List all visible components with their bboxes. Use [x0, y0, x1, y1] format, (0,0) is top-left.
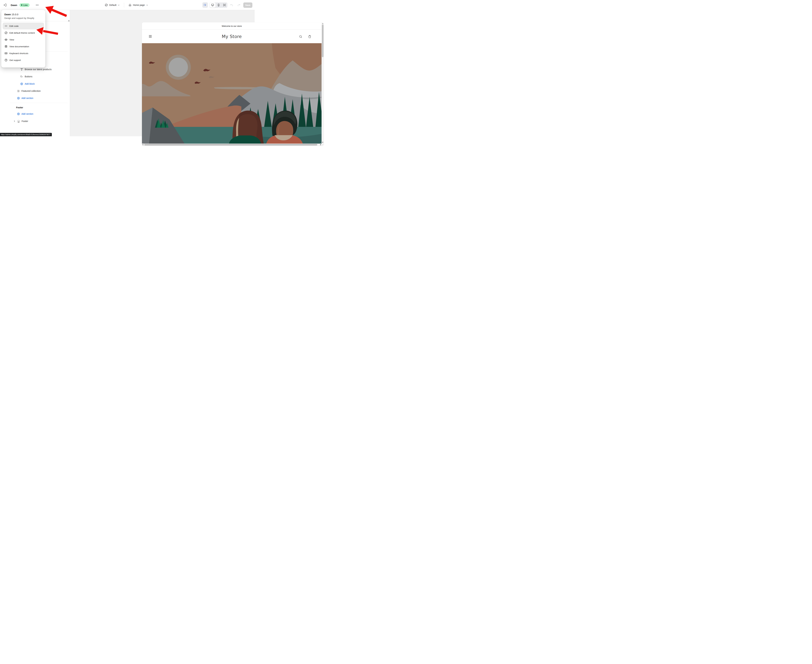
text-icon — [20, 68, 23, 71]
redo-icon — [237, 3, 241, 7]
live-status-badge: Live — [20, 3, 29, 7]
theme-version-selector[interactable]: Default — [103, 2, 121, 8]
desktop-icon — [211, 3, 214, 7]
add-icon — [20, 82, 23, 85]
sidebar-item-buttons-block[interactable]: Buttons — [20, 74, 32, 79]
code-icon — [4, 24, 8, 28]
preview-background: Welcome to our store My Store — [70, 10, 255, 136]
footer-group-heading: Footer — [16, 106, 23, 109]
theme-name: Dawn — [11, 4, 17, 7]
storefront-header: My Store — [142, 30, 255, 43]
home-icon — [129, 3, 132, 7]
footer-icon — [17, 120, 20, 123]
eye-icon — [4, 38, 8, 41]
undo-icon — [230, 3, 234, 7]
menu-item-get-support[interactable]: Get support — [3, 57, 44, 63]
announcement-bar[interactable]: Welcome to our store — [142, 23, 255, 30]
topbar-separator — [124, 3, 124, 8]
chevron-down-icon — [118, 4, 120, 6]
desktop-preview-button[interactable] — [210, 3, 215, 8]
add-section-button[interactable]: Add section — [17, 96, 33, 101]
menu-item-view-documentation[interactable]: View documentation — [3, 43, 44, 50]
help-icon — [4, 59, 8, 62]
add-block-button[interactable]: Add block — [20, 81, 34, 86]
menu-title: Dawn 15.0.0 — [4, 13, 42, 16]
undo-button[interactable] — [229, 2, 234, 8]
sidebar-scroll-up-icon[interactable] — [68, 20, 70, 21]
add-icon — [17, 112, 20, 116]
globe-icon — [4, 31, 8, 34]
device-preview-group — [210, 2, 227, 8]
store-name[interactable]: My Store — [142, 30, 255, 43]
mobile-icon — [217, 3, 220, 7]
hero-image[interactable] — [142, 43, 255, 136]
section-icon — [17, 90, 20, 93]
mobile-preview-button[interactable] — [216, 2, 221, 8]
top-bar: Dawn Live Default Home page — [0, 0, 255, 10]
exit-editor-button[interactable] — [2, 2, 8, 8]
fullscreen-icon — [223, 3, 226, 7]
keyboard-icon — [4, 52, 8, 55]
chevron-down-icon — [146, 4, 148, 6]
link-status-bar: https://admin.shopify.com/store/c99a83-f… — [0, 133, 52, 136]
save-button[interactable]: Save — [243, 2, 252, 8]
theme-options-button[interactable] — [34, 2, 40, 8]
page-selector[interactable]: Home page — [127, 2, 150, 8]
redo-button[interactable] — [236, 2, 242, 8]
ellipsis-icon — [36, 3, 39, 7]
inspector-toggle-button[interactable] — [202, 2, 208, 8]
menu-subtitle: Design and support by Shopify — [4, 17, 42, 20]
buttons-icon — [20, 75, 23, 78]
book-icon — [4, 45, 8, 48]
theme-editor-window: Dawn Live Default Home page — [0, 0, 255, 136]
hero-illustration — [142, 43, 255, 136]
inspector-cursor-icon — [203, 3, 207, 7]
menu-item-view[interactable]: View — [3, 36, 44, 43]
theme-options-menu: Dawn 15.0.0 Design and support by Shopif… — [1, 10, 46, 68]
menu-item-edit-default-theme-content[interactable]: Edit default theme content — [3, 29, 44, 36]
live-dot-icon — [21, 4, 23, 6]
globe-icon — [104, 3, 108, 7]
fullscreen-preview-button[interactable] — [221, 2, 227, 8]
menu-item-keyboard-shortcuts[interactable]: Keyboard shortcuts — [3, 50, 44, 57]
storefront-preview: Welcome to our store My Store — [142, 23, 255, 136]
add-icon — [17, 97, 20, 100]
sidebar-item-featured-collection[interactable]: Featured collection — [17, 88, 41, 94]
chevron-right-icon[interactable] — [13, 120, 16, 122]
menu-item-edit-code[interactable]: Edit code — [3, 23, 44, 29]
sidebar-item-footer-section[interactable]: Footer — [13, 119, 28, 124]
exit-icon — [3, 3, 7, 7]
footer-add-section-button[interactable]: Add section — [17, 111, 33, 116]
